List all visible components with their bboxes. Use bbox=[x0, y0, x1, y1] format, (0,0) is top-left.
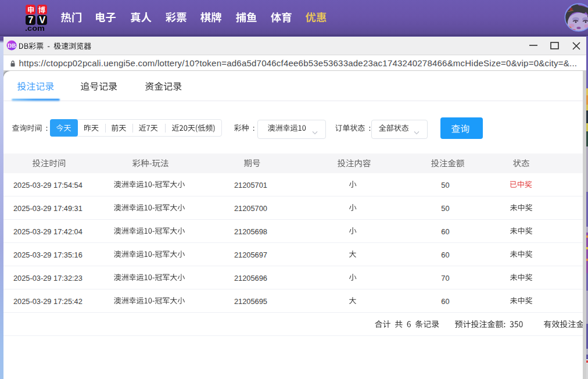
svg-text:DB: DB bbox=[8, 42, 16, 48]
